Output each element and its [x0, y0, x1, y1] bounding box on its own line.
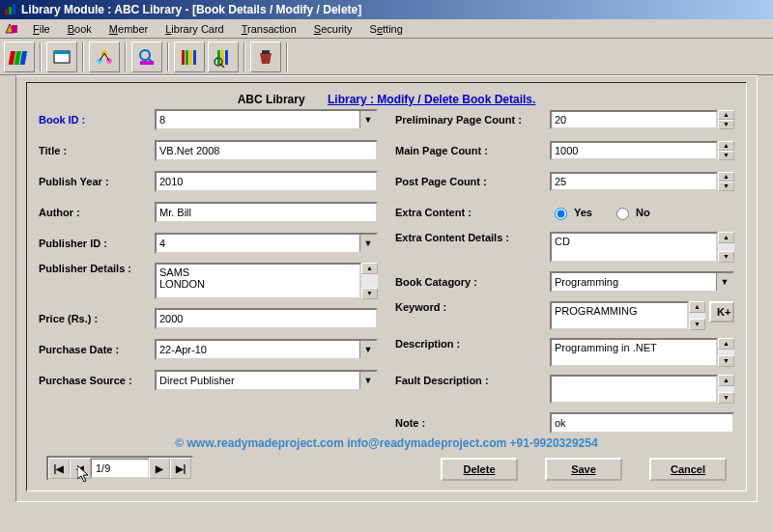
panel-header: ABC Library Library : Modify / Delete Bo… [33, 89, 740, 108]
toolbar-btn-3[interactable] [89, 42, 120, 72]
kplus-button[interactable]: K+ [709, 301, 734, 322]
label-post-page: Post Page Count : [395, 176, 550, 187]
label-price: Price (Rs.) : [39, 313, 155, 324]
svg-point-14 [140, 50, 150, 60]
svg-rect-1 [9, 7, 12, 14]
purchase-source-combo[interactable]: ▼ [155, 370, 378, 391]
radio-yes[interactable]: Yes [550, 205, 592, 220]
title-input[interactable] [155, 140, 378, 161]
svg-rect-16 [140, 61, 154, 65]
extra-details-textarea[interactable] [550, 232, 718, 263]
nav-first-button[interactable]: |◀ [48, 458, 70, 479]
svg-rect-3 [12, 25, 17, 33]
toolbar-btn-5[interactable] [174, 42, 205, 72]
label-keyword: Keyword : [395, 301, 550, 313]
label-prelim-page: Preliminary Page Count : [395, 114, 550, 126]
svg-rect-17 [182, 50, 185, 65]
publish-year-input[interactable] [155, 171, 378, 192]
label-publish-year: Publish Year : [39, 176, 155, 187]
label-extra-details: Extra Content Details : [395, 232, 550, 243]
main-page-spinner[interactable]: ▲▼ [550, 141, 734, 160]
save-button[interactable]: Save [545, 458, 622, 481]
app-menu-icon [4, 21, 19, 37]
label-purchase-source: Purchase Source : [39, 375, 155, 386]
toolbar-btn-6[interactable] [208, 42, 239, 72]
cancel-button[interactable]: Cancel [649, 458, 727, 481]
label-publisher-details: Publisher Details : [39, 263, 155, 274]
publisher-details-textarea[interactable] [155, 263, 361, 299]
app-title-icon [4, 2, 17, 18]
svg-rect-8 [54, 51, 70, 54]
title-bar: Library Module : ABC Library - [Book Det… [0, 0, 773, 19]
svg-rect-6 [20, 51, 27, 65]
spin-down-icon: ▼ [718, 120, 734, 129]
toolbar-btn-1[interactable] [4, 42, 35, 72]
description-textarea[interactable] [550, 338, 718, 367]
scrollbar[interactable]: ▲▼ [718, 375, 734, 404]
toolbar-btn-4[interactable] [131, 42, 162, 72]
radio-no[interactable]: No [612, 205, 650, 220]
menu-transaction[interactable]: Transaction [234, 21, 304, 37]
menu-book[interactable]: Book [60, 21, 100, 37]
svg-rect-0 [5, 10, 8, 14]
label-note: Note : [395, 417, 550, 429]
label-book-id: Book ID : [39, 114, 155, 126]
svg-rect-19 [189, 50, 192, 65]
note-input[interactable] [550, 412, 734, 434]
svg-rect-5 [14, 51, 21, 65]
label-title: Title : [39, 145, 155, 156]
nav-position-input[interactable] [91, 459, 149, 478]
chevron-down-icon: ▼ [716, 273, 732, 291]
label-purchase-date: Purchase Date : [39, 344, 155, 355]
menu-library-card[interactable]: Library Card [157, 21, 232, 37]
nav-last-button[interactable]: ▶| [170, 458, 191, 479]
svg-rect-26 [262, 50, 270, 54]
category-combo[interactable]: ▼ [550, 271, 734, 293]
scrollbar[interactable]: ▲▼ [361, 263, 378, 299]
menu-security[interactable]: Security [306, 21, 360, 37]
fault-textarea[interactable] [550, 375, 718, 404]
book-id-combo[interactable]: ▼ [155, 109, 378, 130]
chevron-down-icon[interactable]: ▼ [359, 341, 376, 358]
svg-rect-2 [13, 4, 15, 14]
label-description: Description : [395, 338, 550, 350]
scrollbar[interactable]: ▲▼ [718, 232, 734, 263]
prelim-page-spinner[interactable]: ▲▼ [550, 110, 734, 129]
panel-link[interactable]: Library : Modify / Delete Book Details. [328, 93, 535, 106]
svg-rect-23 [225, 50, 228, 65]
toolbar-btn-2[interactable] [46, 42, 77, 72]
spin-up-icon: ▲ [718, 110, 734, 120]
keyword-textarea[interactable] [550, 301, 689, 330]
label-category: Book Catagory : [395, 276, 550, 288]
scrollbar[interactable]: ▲▼ [718, 338, 734, 367]
toolbar-btn-7[interactable] [250, 42, 281, 72]
record-navigator: |◀ ◀ ▶ ▶| [46, 456, 193, 481]
label-author: Author : [39, 207, 155, 218]
delete-button[interactable]: Delete [441, 458, 518, 481]
chevron-down-icon[interactable]: ▼ [359, 111, 376, 128]
post-page-spinner[interactable]: ▲▼ [550, 172, 734, 191]
menu-bar: File Book Member Library Card Transactio… [0, 19, 773, 39]
menu-file[interactable]: File [25, 21, 58, 37]
menu-member[interactable]: Member [101, 21, 156, 37]
nav-prev-button[interactable]: ◀ [70, 458, 91, 479]
label-extra-content: Extra Content : [395, 207, 550, 218]
purchase-date-combo[interactable]: ▼ [155, 339, 378, 360]
action-buttons: Delete Save Cancel [441, 458, 727, 481]
window-title: Library Module : ABC Library - [Book Det… [21, 3, 361, 16]
price-input[interactable] [155, 308, 378, 329]
chevron-down-icon[interactable]: ▼ [359, 235, 376, 252]
scrollbar[interactable]: ▲▼ [689, 301, 705, 330]
right-column: Preliminary Page Count : ▲▼ Main Page Co… [395, 108, 734, 442]
svg-rect-20 [193, 50, 196, 65]
nav-next-button[interactable]: ▶ [149, 458, 170, 479]
svg-rect-18 [186, 50, 188, 65]
author-input[interactable] [155, 202, 378, 223]
publisher-id-combo[interactable]: ▼ [155, 233, 378, 254]
label-fault: Fault Description : [395, 375, 550, 386]
form-panel: ABC Library Library : Modify / Delete Bo… [15, 75, 758, 502]
label-main-page: Main Page Count : [395, 145, 550, 156]
chevron-down-icon[interactable]: ▼ [359, 372, 376, 389]
library-name: ABC Library [238, 93, 305, 106]
menu-setting[interactable]: Setting [362, 21, 411, 37]
